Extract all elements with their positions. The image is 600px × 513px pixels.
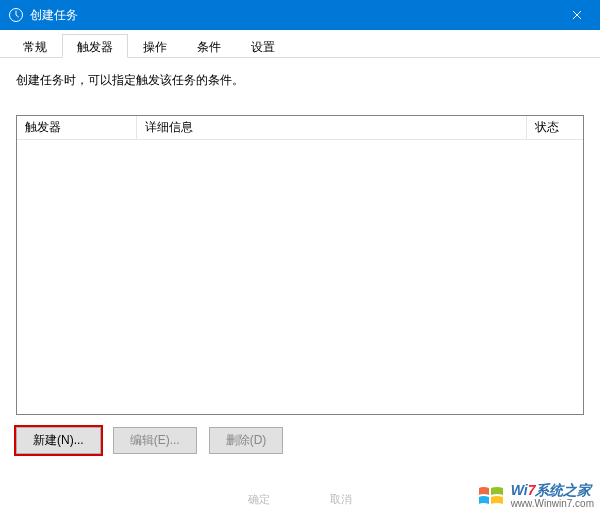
tab-triggers[interactable]: 触发器 [62, 34, 128, 58]
faint-buttons: 确定 取消 [248, 492, 352, 507]
window-title: 创建任务 [30, 7, 554, 24]
tab-actions[interactable]: 操作 [128, 34, 182, 57]
column-status[interactable]: 状态 [527, 116, 583, 139]
tab-conditions[interactable]: 条件 [182, 34, 236, 57]
edit-button[interactable]: 编辑(E)... [113, 427, 197, 454]
tab-general[interactable]: 常规 [8, 34, 62, 57]
delete-button[interactable]: 删除(D) [209, 427, 284, 454]
watermark-text: Wi7系统之家 www.Winwin7.com [511, 483, 594, 509]
close-icon [572, 10, 582, 20]
column-detail[interactable]: 详细信息 [137, 116, 527, 139]
button-row: 新建(N)... 编辑(E)... 删除(D) [16, 427, 584, 454]
watermark-brand: Wi7系统之家 [511, 483, 594, 498]
close-button[interactable] [554, 0, 600, 30]
watermark-url: www.Winwin7.com [511, 498, 594, 509]
titlebar: 创建任务 [0, 0, 600, 30]
tab-settings[interactable]: 设置 [236, 34, 290, 57]
watermark: Wi7系统之家 www.Winwin7.com [477, 483, 594, 509]
tab-bar: 常规 触发器 操作 条件 设置 [0, 32, 600, 58]
new-button[interactable]: 新建(N)... [16, 427, 101, 454]
windows-logo-icon [477, 484, 505, 508]
triggers-table[interactable]: 触发器 详细信息 状态 [16, 115, 584, 415]
faint-cancel: 取消 [330, 492, 352, 507]
description-text: 创建任务时，可以指定触发该任务的条件。 [16, 72, 584, 89]
table-header: 触发器 详细信息 状态 [17, 116, 583, 140]
tab-content: 创建任务时，可以指定触发该任务的条件。 触发器 详细信息 状态 新建(N)...… [0, 58, 600, 468]
faint-ok: 确定 [248, 492, 270, 507]
clock-icon [8, 7, 24, 23]
column-trigger[interactable]: 触发器 [17, 116, 137, 139]
